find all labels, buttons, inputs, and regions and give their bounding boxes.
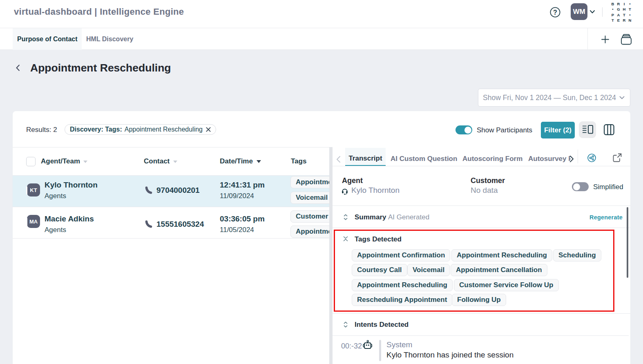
svg-text:?: ? xyxy=(553,9,557,16)
